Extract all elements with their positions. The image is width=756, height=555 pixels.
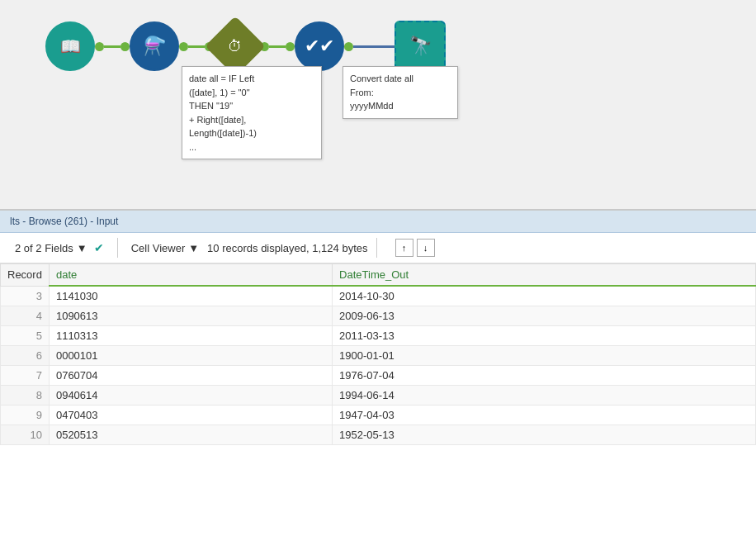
connector-dot-6	[286, 42, 295, 51]
line-4	[353, 45, 395, 48]
fields-dropdown-icon: ▼	[77, 242, 87, 254]
fields-button[interactable]: 2 of 2 Fields ▼ ✔	[10, 239, 109, 257]
cell-date: 1110313	[49, 326, 332, 346]
cell-record: 3	[1, 286, 50, 306]
col-header-datetime: DateTime_Out	[333, 264, 756, 287]
node-input-wrapper: 📖	[45, 21, 130, 71]
tooltip-formula: Convert date all From: yyyyMMdd	[343, 66, 458, 119]
node-check-wrapper: ✔✔	[295, 21, 395, 71]
tooltip-formula-text: Convert date all From: yyyyMMdd	[350, 74, 413, 111]
table-row: 904704031947-04-03	[1, 406, 756, 425]
node-flask-wrapper: ⚗️	[130, 21, 214, 71]
cell-datetime: 2009-06-13	[333, 306, 756, 326]
panel-header: lts - Browse (261) - Input	[0, 211, 756, 233]
tooltip-flask-text: date all = IF Left ([date], 1) = "0" THE…	[189, 74, 257, 152]
nav-up-button[interactable]: ↑	[395, 239, 413, 257]
cell-datetime: 1976-07-04	[333, 366, 756, 386]
toolbar-divider-1	[117, 238, 118, 258]
cell-datetime: 2011-03-13	[333, 326, 756, 346]
connector-dot-2	[120, 42, 130, 51]
connector-dot-3	[179, 42, 188, 51]
cell-date: 1090613	[49, 306, 332, 326]
cell-datetime: 1994-06-14	[333, 386, 756, 406]
cell-record: 9	[1, 406, 50, 425]
table-row: 311410302014-10-30	[1, 286, 756, 306]
flask-icon: ⚗️	[144, 36, 166, 57]
cell-record: 6	[1, 346, 50, 366]
table-row: 410906132009-06-13	[1, 306, 756, 326]
cell-date: 0000101	[49, 346, 332, 366]
panel-header-text: lts - Browse (261) - Input	[10, 216, 118, 227]
line-3	[269, 45, 286, 48]
nav-arrows: ↑ ↓	[395, 239, 435, 257]
tooltip-flask: date all = IF Left ([date], 1) = "0" THE…	[182, 66, 322, 159]
nav-down-button[interactable]: ↓	[417, 239, 435, 257]
node-input[interactable]: 📖	[45, 21, 95, 71]
cell-record: 7	[1, 366, 50, 386]
data-table: Record date DateTime_Out 311410302014-10…	[0, 263, 756, 445]
table-row: 1005205131952-05-13	[1, 425, 756, 445]
cell-viewer-label: Cell Viewer	[131, 242, 186, 254]
node-check[interactable]: ✔✔	[295, 21, 344, 71]
table-row: 600001011900-01-01	[1, 346, 756, 366]
cell-date: 1141030	[49, 286, 332, 306]
cell-record: 10	[1, 425, 50, 445]
cell-date: 0470403	[49, 406, 332, 425]
book-icon: 📖	[60, 36, 81, 56]
cell-datetime: 1947-04-03	[333, 406, 756, 425]
workflow-canvas: 📖 ⚗️ ⏱ ✔✔	[0, 0, 756, 211]
cell-viewer-button[interactable]: Cell Viewer ▼	[126, 240, 204, 257]
connector-dot-7	[344, 42, 353, 51]
toolbar: 2 of 2 Fields ▼ ✔ Cell Viewer ▼ 10 recor…	[0, 233, 756, 263]
cell-date: 0940614	[49, 386, 332, 406]
toolbar-divider-2	[376, 238, 377, 258]
cell-record: 5	[1, 326, 50, 346]
cell-datetime: 1952-05-13	[333, 425, 756, 445]
connector-dot-1	[95, 42, 104, 51]
line-1	[104, 45, 120, 48]
check-icon: ✔✔	[305, 36, 334, 57]
line-2	[188, 45, 205, 48]
records-info: 10 records displayed, 1,124 bytes	[207, 242, 367, 254]
col-header-date: date	[49, 264, 332, 287]
cell-datetime: 2014-10-30	[333, 286, 756, 306]
table-row: 809406141994-06-14	[1, 386, 756, 406]
cell-date: 0520513	[49, 425, 332, 445]
col-header-record: Record	[1, 264, 50, 287]
workflow-container: 📖 ⚗️ ⏱ ✔✔	[45, 21, 446, 72]
fields-checkmark: ✔	[94, 241, 104, 254]
table-header-row: Record date DateTime_Out	[1, 264, 756, 287]
table-body: 311410302014-10-30410906132009-06-135111…	[1, 286, 756, 445]
cell-record: 4	[1, 306, 50, 326]
node-browse[interactable]: 🔭	[395, 21, 446, 72]
cell-viewer-dropdown-icon: ▼	[188, 242, 199, 254]
node-formula-wrapper: ⏱	[214, 25, 295, 68]
cell-datetime: 1900-01-01	[333, 346, 756, 366]
fields-label: 2 of 2 Fields	[15, 242, 73, 254]
cell-date: 0760704	[49, 366, 332, 386]
table-row: 511103132011-03-13	[1, 326, 756, 346]
cell-record: 8	[1, 386, 50, 406]
bottom-panel: lts - Browse (261) - Input 2 of 2 Fields…	[0, 211, 756, 555]
formula-icon: ⏱	[228, 38, 243, 55]
table-row: 707607041976-07-04	[1, 366, 756, 386]
browse-icon: 🔭	[409, 36, 432, 57]
node-flask[interactable]: ⚗️	[130, 21, 179, 71]
